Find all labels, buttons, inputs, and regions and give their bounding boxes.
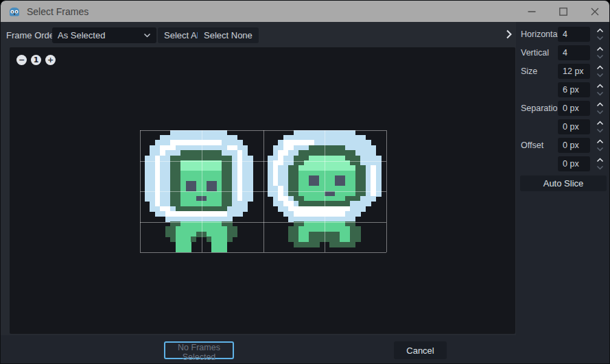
slice-value-field[interactable]: 0 px bbox=[558, 101, 590, 116]
spinner bbox=[593, 26, 607, 43]
spin-down-button[interactable] bbox=[594, 71, 605, 79]
sprite-viewport[interactable]: − 1 + bbox=[10, 47, 515, 334]
zoom-out-button[interactable]: − bbox=[16, 55, 27, 65]
chevron-up-icon bbox=[596, 84, 604, 88]
slice-value-field[interactable]: 4 bbox=[558, 27, 590, 42]
dialog-title: Select Frames bbox=[27, 6, 89, 17]
chevron-up-icon bbox=[596, 28, 604, 33]
slice-setting-row: Vertical4 bbox=[516, 45, 610, 60]
frame-order-value: As Selected bbox=[58, 30, 105, 40]
slice-setting-row: 0 px bbox=[516, 119, 610, 134]
slice-value-field[interactable]: 6 px bbox=[558, 82, 590, 97]
slice-value-field[interactable]: 0 px bbox=[558, 156, 590, 171]
spinner bbox=[593, 156, 607, 172]
chevron-down-icon bbox=[596, 165, 604, 170]
select-frames-dialog: Select Frames Frame Order As Selected Se… bbox=[0, 0, 610, 364]
slice-value-field[interactable]: 4 bbox=[558, 45, 590, 60]
spin-up-button[interactable] bbox=[594, 82, 605, 90]
minimize-icon bbox=[528, 8, 536, 16]
no-frames-selected-button[interactable]: No Frames Selected bbox=[164, 341, 234, 359]
slice-setting-row: Separation0 px bbox=[516, 101, 610, 116]
spin-up-button[interactable] bbox=[594, 101, 605, 108]
close-icon bbox=[591, 8, 599, 16]
maximize-icon bbox=[559, 8, 567, 16]
slice-row-label: Size bbox=[521, 64, 537, 79]
select-none-button[interactable]: Select None bbox=[198, 27, 259, 43]
spinner bbox=[593, 63, 607, 80]
godot-icon bbox=[8, 5, 21, 18]
spinner bbox=[593, 137, 607, 154]
chevron-down-icon bbox=[596, 110, 604, 114]
spinner bbox=[593, 82, 607, 98]
cancel-button[interactable]: Cancel bbox=[394, 341, 447, 359]
spin-up-button[interactable] bbox=[594, 64, 605, 71]
spin-up-button[interactable] bbox=[594, 119, 605, 127]
chevron-down-icon bbox=[596, 147, 604, 151]
slice-row-label: Horizontal bbox=[521, 27, 559, 42]
spin-up-button[interactable] bbox=[594, 45, 605, 53]
slice-value-field[interactable]: 0 px bbox=[558, 119, 590, 134]
chevron-up-icon bbox=[596, 121, 604, 125]
slice-setting-row: Size12 px bbox=[516, 64, 610, 79]
frame-order-label: Frame Order bbox=[6, 27, 57, 43]
zoom-reset-button[interactable]: 1 bbox=[31, 55, 41, 65]
spin-down-button[interactable] bbox=[594, 108, 605, 116]
chevron-down-icon bbox=[596, 54, 604, 59]
slice-row-label: Vertical bbox=[521, 45, 549, 60]
chevron-up-icon bbox=[596, 139, 604, 144]
slice-value-field[interactable]: 12 px bbox=[558, 64, 590, 79]
chevron-right-icon bbox=[506, 29, 513, 40]
chevron-down-icon bbox=[143, 33, 151, 38]
slice-setting-row: 6 px bbox=[516, 82, 610, 97]
spin-down-button[interactable] bbox=[594, 53, 605, 60]
slice-setting-row: Offset0 px bbox=[516, 138, 610, 153]
chevron-up-icon bbox=[596, 65, 604, 70]
frame-order-dropdown[interactable]: As Selected bbox=[52, 27, 156, 43]
spin-down-button[interactable] bbox=[594, 34, 605, 42]
panel-collapse-button[interactable] bbox=[506, 29, 514, 40]
maximize-button[interactable] bbox=[548, 1, 579, 22]
spin-down-button[interactable] bbox=[594, 90, 605, 97]
spinner bbox=[593, 100, 607, 117]
auto-slice-button[interactable]: Auto Slice bbox=[520, 175, 607, 191]
close-button[interactable] bbox=[579, 1, 610, 22]
spin-down-button[interactable] bbox=[594, 145, 605, 153]
footer-bar: No Frames Selected Cancel bbox=[1, 335, 610, 364]
chevron-down-icon bbox=[596, 36, 604, 40]
chevron-up-icon bbox=[596, 158, 604, 162]
chevron-up-icon bbox=[596, 102, 604, 107]
chevron-down-icon bbox=[596, 128, 604, 133]
chevron-down-icon bbox=[596, 73, 604, 77]
spin-up-button[interactable] bbox=[594, 138, 605, 145]
minimize-button[interactable] bbox=[516, 1, 548, 22]
spin-up-button[interactable] bbox=[594, 156, 605, 164]
chevron-up-icon bbox=[596, 47, 604, 51]
spinner bbox=[593, 45, 607, 61]
sprite-texture[interactable] bbox=[140, 130, 386, 252]
slice-setting-row: 0 px bbox=[516, 156, 610, 171]
slice-value-field[interactable]: 0 px bbox=[558, 138, 590, 153]
zoom-in-button[interactable]: + bbox=[45, 55, 56, 65]
chevron-down-icon bbox=[596, 91, 604, 96]
slice-row-label: Separation bbox=[521, 101, 562, 116]
slice-row-label: Offset bbox=[521, 138, 543, 153]
spin-down-button[interactable] bbox=[594, 164, 605, 171]
slice-settings-panel: Horizontal4Vertical4Size12 px6 pxSeparat… bbox=[516, 22, 610, 335]
titlebar[interactable]: Select Frames bbox=[1, 1, 610, 22]
spinner bbox=[593, 119, 607, 135]
spin-up-button[interactable] bbox=[594, 27, 605, 34]
slice-setting-row: Horizontal4 bbox=[516, 27, 610, 42]
spin-down-button[interactable] bbox=[594, 127, 605, 134]
